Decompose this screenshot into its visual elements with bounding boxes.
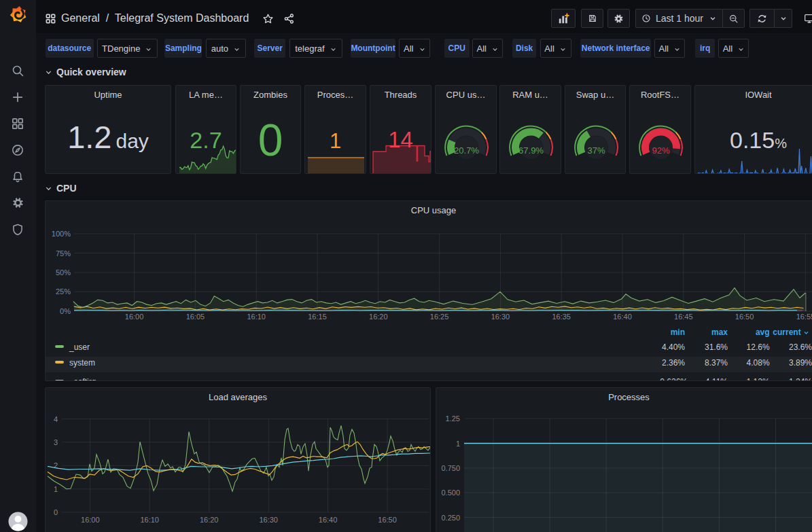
svg-text:16:35: 16:35 [552,313,571,321]
svg-text:0.500: 0.500 [441,489,460,497]
svg-text:25%: 25% [56,287,71,296]
svg-text:0%: 0% [60,307,71,315]
svg-text:16:55: 16:55 [796,313,812,321]
svg-text:0.750: 0.750 [441,464,460,472]
svg-text:92%: 92% [652,145,669,156]
svg-text:4: 4 [54,415,58,423]
svg-text:16:30: 16:30 [259,516,278,524]
svg-text:16:10: 16:10 [140,516,159,524]
svg-text:50%: 50% [56,268,71,277]
svg-text:16:25: 16:25 [430,313,449,321]
svg-text:1.25: 1.25 [446,414,460,423]
svg-text:16:40: 16:40 [319,516,338,524]
svg-text:16:30: 16:30 [491,313,510,321]
svg-text:16:20: 16:20 [369,313,388,321]
svg-text:67.9%: 67.9% [518,145,544,156]
svg-text:0: 0 [54,508,58,516]
svg-text:16:10: 16:10 [247,313,266,321]
svg-text:16:15: 16:15 [308,313,327,321]
svg-text:16:20: 16:20 [200,516,219,524]
svg-text:16:50: 16:50 [735,313,754,321]
svg-text:16:00: 16:00 [81,516,100,524]
svg-text:20.7%: 20.7% [454,145,479,156]
svg-text:16:05: 16:05 [186,313,205,321]
svg-text:16:45: 16:45 [674,313,693,321]
svg-text:0.250: 0.250 [441,514,460,522]
svg-text:1: 1 [456,440,460,448]
svg-text:16:00: 16:00 [125,313,144,321]
svg-text:3: 3 [54,438,58,446]
svg-text:37%: 37% [587,145,605,156]
svg-text:100%: 100% [52,230,71,238]
svg-text:1: 1 [54,485,58,493]
svg-text:16:50: 16:50 [378,516,397,524]
svg-text:16:40: 16:40 [613,313,632,321]
svg-text:75%: 75% [56,249,71,258]
